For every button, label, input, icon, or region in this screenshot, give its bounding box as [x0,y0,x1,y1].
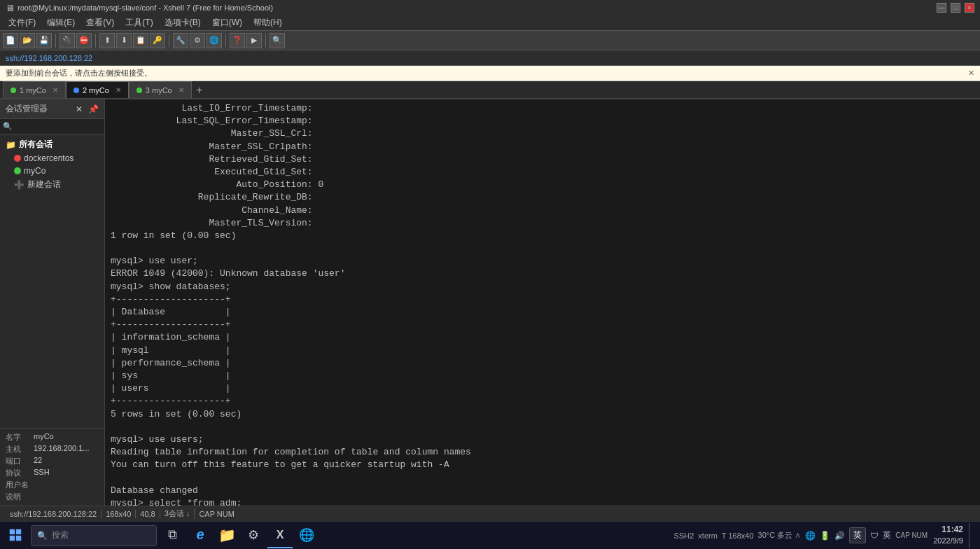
tab-1-close[interactable]: ✕ [52,86,58,94]
minimize-button[interactable]: — [937,3,946,13]
status-pos: 40,8 [136,510,160,518]
tray-lang[interactable]: 英 [849,527,866,543]
show-desktop-button[interactable] [969,523,972,548]
toolbar-sep5 [265,34,266,48]
tray-network[interactable]: 🌐 [805,531,816,541]
maximize-button[interactable]: □ [951,3,960,13]
toolbar-search[interactable]: 🔍 [270,33,285,48]
toolbar-help[interactable]: ❓ [230,33,245,48]
menu-tabs[interactable]: 选项卡(B) [159,15,206,30]
menu-tools[interactable]: 工具(T) [120,15,158,30]
taskbar-search-icon: 🔍 [37,531,48,541]
taskbar-settings[interactable]: ⚙ [241,523,266,548]
tray-weather[interactable]: 30°C 多云 ∧ [758,530,802,541]
tray-input[interactable]: 英 [883,529,891,541]
sidebar-item-dockercentos[interactable]: dockercentos [0,152,104,165]
toolbar-btn4[interactable]: ⬇ [116,33,132,48]
tray-ssh2[interactable]: SSH2 [674,531,694,540]
toolbar-disconnect[interactable]: ⛔ [76,33,92,48]
taskbar-edge[interactable]: e [188,523,213,548]
tray-antivirus[interactable]: 🛡 [870,531,878,541]
sidebar-search[interactable]: 🔍 [0,119,104,134]
taskbar-search-box[interactable]: 🔍 搜索 [31,525,157,546]
prop-row-proto: 协议 SSH [6,467,99,479]
toolbar-save[interactable]: 💾 [36,33,52,48]
notif-text: 要添加到前台会话，请点击左侧按钮接受。 [6,68,152,78]
prop-val-proto: SSH [34,468,50,478]
svg-rect-3 [16,535,21,540]
menu-bar: 文件(F) 编辑(E) 查看(V) 工具(T) 选项卡(B) 窗口(W) 帮助(… [0,15,980,31]
taskbar-chrome[interactable]: 🌐 [294,523,319,548]
search-icon: 🔍 [3,122,13,131]
prop-row-note: 说明 [6,491,99,503]
sidebar-new-session-label: 新建会话 [27,179,61,190]
taskbar: 🔍 搜索 ⧉ e 📁 ⚙ X 🌐 SSH2 xterm T 168x40 30°… [0,521,980,549]
sidebar-search-input[interactable] [13,123,102,131]
tab-2-label: 2 myCo [83,86,109,95]
menu-edit[interactable]: 编辑(E) [41,15,80,30]
sidebar-close-icon[interactable]: ✕ [76,104,83,114]
system-clock[interactable]: 11:42 2022/9/9 [933,524,963,546]
sidebar-dockercentos-label: dockercentos [24,153,74,163]
menu-file[interactable]: 文件(F) [3,15,41,30]
prop-row-name: 名字 myCo [6,431,99,443]
taskbar-task-view[interactable]: ⧉ [160,523,185,548]
tab-1-dot [10,88,16,93]
tab-3[interactable]: 3 myCo ✕ [129,81,192,98]
taskbar-search-label: 搜索 [52,529,69,541]
sidebar-pin-icon[interactable]: 📌 [88,104,99,114]
sidebar-myco-label: myCo [24,166,46,176]
toolbar-sep3 [169,34,169,48]
taskbar-explorer[interactable]: 📁 [214,523,239,548]
toolbar-btn8[interactable]: ⚙ [190,33,205,48]
toolbar-btn3[interactable]: ⬆ [99,33,115,48]
toolbar-connect[interactable]: 🔌 [59,33,75,48]
toolbar-btn10[interactable]: ▶ [246,33,262,48]
sidebar-item-myco[interactable]: myCo [0,165,104,177]
sidebar-item-new-session[interactable]: ➕ 新建会话 [0,177,104,192]
close-button[interactable]: × [965,3,974,13]
toolbar-btn6[interactable]: 🔑 [150,33,165,48]
tab-add-button[interactable]: + [192,83,207,98]
toolbar-btn7[interactable]: 🔧 [173,33,188,48]
window-title: root@MyLinux:/mydata/mysql-slave/conf - … [18,4,273,12]
sidebar-all-sessions-label: 所有会话 [19,139,52,151]
tray-xterm[interactable]: xterm [698,531,718,540]
toolbar: 📄 📂 💾 🔌 ⛔ ⬆ ⬇ 📋 🔑 🔧 ⚙ 🌐 ❓ ▶ 🔍 [0,31,980,50]
tab-1[interactable]: 1 myCo ✕ [3,81,66,98]
sidebar-title: 会话管理器 [6,103,48,115]
server-status-dot [14,155,21,162]
taskbar-xshell[interactable]: X [267,523,293,548]
prop-key-user: 用户名 [6,480,34,490]
tray-caps: CAP NUM [895,531,927,539]
address-bar: ssh://192.168.200.128:22 [0,50,980,66]
svg-rect-1 [16,529,21,534]
toolbar-open[interactable]: 📂 [20,33,35,48]
tab-2[interactable]: 2 myCo ✕ [66,81,129,98]
sidebar-header: 会话管理器 ✕ 📌 [0,99,104,119]
status-sessions: 3会话 ↓ [160,508,195,519]
notif-close-button[interactable]: ✕ [968,69,974,78]
tabs-bar: 1 myCo ✕ 2 myCo ✕ 3 myCo ✕ + [0,81,980,99]
menu-view[interactable]: 查看(V) [80,15,120,30]
svg-rect-0 [10,529,15,534]
system-tray: SSH2 xterm T 168x40 30°C 多云 ∧ 🌐 🔋 🔊 英 🛡 … [674,527,928,543]
svg-rect-2 [10,535,15,540]
tab-2-close[interactable]: ✕ [115,86,121,94]
terminal[interactable]: Last_IO_Error_Timestamp: Last_SQL_Error_… [105,99,980,506]
properties-panel: 名字 myCo 主机 192.168.200.1... 端口 22 协议 SSH… [0,428,104,506]
tray-audio[interactable]: 🔊 [834,531,845,541]
menu-help[interactable]: 帮助(H) [248,15,288,30]
sidebar: 会话管理器 ✕ 📌 🔍 📁 所有会话 dockercentos myCo [0,99,105,506]
tab-3-close[interactable]: ✕ [178,86,184,94]
status-address: ssh://192.168.200.128:22 [6,510,102,518]
taskbar-start-button[interactable] [3,523,28,548]
toolbar-new[interactable]: 📄 [3,33,18,48]
tab-3-dot [136,88,142,93]
sidebar-item-all-sessions[interactable]: 📁 所有会话 [0,137,104,152]
toolbar-btn5[interactable]: 📋 [133,33,148,48]
toolbar-btn9[interactable]: 🌐 [206,33,222,48]
tray-battery[interactable]: 🔋 [820,531,830,541]
tray-size[interactable]: T 168x40 [722,531,754,540]
menu-window[interactable]: 窗口(W) [206,15,248,30]
